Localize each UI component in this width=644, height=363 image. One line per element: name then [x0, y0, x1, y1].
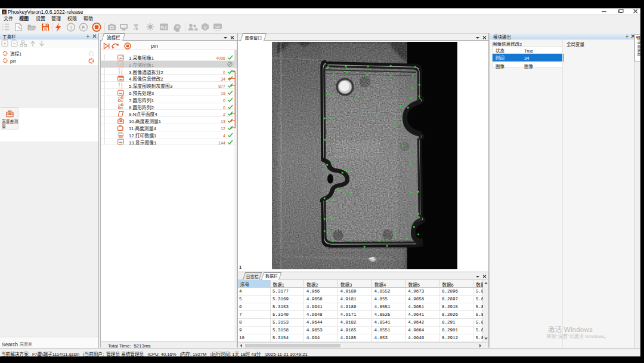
svg-text:Var: Var: [215, 24, 221, 28]
svg-text:PLC: PLC: [161, 25, 168, 29]
svg-text:AI: AI: [176, 24, 179, 28]
svg-text:1: 1: [70, 24, 73, 30]
svg-text:U: U: [203, 25, 206, 29]
